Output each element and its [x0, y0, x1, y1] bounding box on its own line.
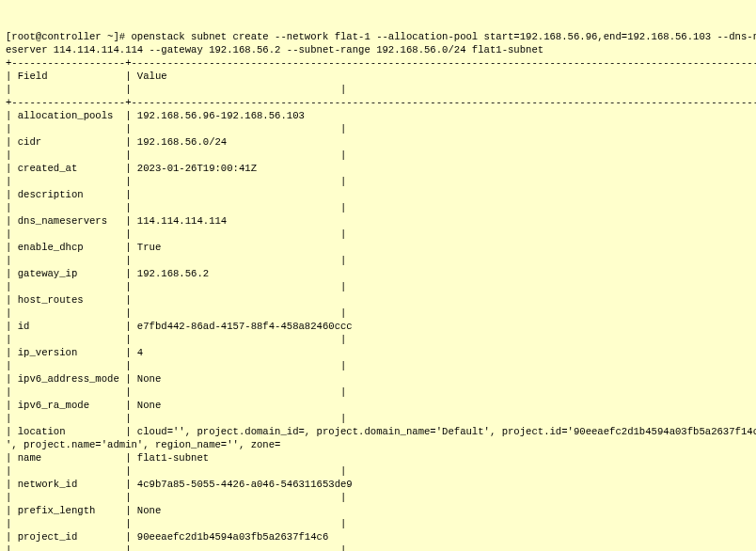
terminal-output: [root@controller ~]# openstack subnet cr… [6, 30, 754, 551]
